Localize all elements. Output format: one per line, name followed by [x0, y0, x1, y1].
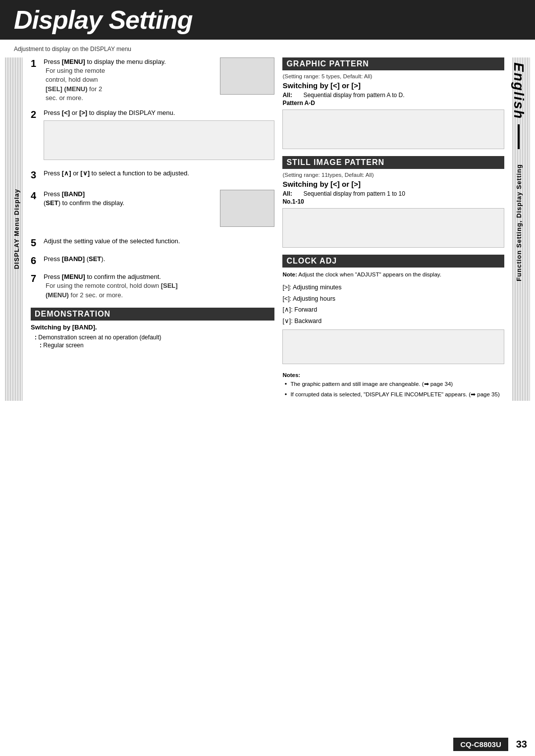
step-4: 4 Press [BAND] (SET) to confirm the disp…	[31, 190, 274, 227]
still-all-row: All: Sequential display from pattern 1 t…	[282, 190, 504, 197]
clock-left-arrow: [<]: Adjusting hours	[282, 293, 504, 305]
graphic-pattern-label: Pattern A-D	[282, 100, 504, 107]
step-1: 1 Press [MENU] to display the menu displ…	[31, 57, 274, 103]
bottom-bar: CQ-C8803U 33	[453, 738, 527, 751]
center-content: 1 Press [MENU] to display the menu displ…	[28, 57, 507, 401]
clock-down-arrow: [∨]: Backward	[282, 316, 504, 327]
graphic-range: (Setting range: 5 types, Default: All)	[282, 73, 504, 79]
left-column: 1 Press [MENU] to display the menu displ…	[31, 57, 274, 401]
step-3-content: Press [∧] or [∨] to select a function to…	[44, 169, 274, 178]
demonstration-item2: : Regular screen	[31, 342, 274, 349]
page-title: Display Setting	[14, 7, 521, 33]
right-sidebar-function-text: Function Setting, Display Setting	[515, 164, 523, 281]
step-7-main: Press [MENU] to confirm the adjustment.	[44, 272, 274, 281]
notes-section: Notes: The graphic pattern and still ima…	[282, 371, 504, 399]
step-2: 2 Press [<] or [>] to display the DISPLA…	[31, 108, 274, 163]
still-image-header: STILL IMAGE PATTERN	[282, 156, 504, 169]
step-5: 5 Adjust the setting value of the select…	[31, 237, 274, 249]
clock-adj-image	[282, 329, 504, 364]
still-pattern-label: No.1-10	[282, 198, 504, 205]
step-7-content: Press [MENU] to confirm the adjustment. …	[44, 272, 274, 300]
right-sidebar-divider	[518, 124, 520, 149]
step-3-main: Press [∧] or [∨] to select a function to…	[44, 169, 274, 178]
notes-list: The graphic pattern and still image are …	[282, 380, 504, 399]
step-6: 6 Press [BAND] (SET).	[31, 255, 274, 267]
two-column-layout: 1 Press [MENU] to display the menu displ…	[31, 57, 504, 401]
step-1-content: Press [MENU] to display the menu display…	[44, 57, 274, 103]
still-all-label: All:	[282, 190, 300, 197]
page-number: 33	[516, 739, 527, 750]
model-badge: CQ-C8803U	[453, 738, 508, 751]
step-6-num: 6	[31, 255, 42, 267]
step-3-with-image: Press [∧] or [∨] to select a function to…	[44, 169, 274, 178]
notes-item-1: The graphic pattern and still image are …	[284, 380, 504, 388]
step-2-content: Press [<] or [>] to display the DISPLAY …	[44, 108, 274, 163]
still-pattern-image	[282, 208, 504, 248]
clock-adj-header: CLOCK ADJ	[282, 255, 504, 268]
still-switching: Switching by [<] or [>]	[282, 180, 504, 188]
step-3-num: 3	[31, 169, 42, 181]
graphic-pattern-header: GRAPHIC PATTERN	[282, 57, 504, 70]
step-2-num: 2	[31, 108, 42, 120]
still-range: (Setting range: 11types, Default: All)	[282, 172, 504, 178]
graphic-all-desc: Sequential display from pattern A to D.	[303, 92, 404, 99]
demonstration-switching: Switching by [BAND].	[31, 324, 274, 331]
demonstration-item1: : Demonstration screen at no operation (…	[31, 334, 274, 341]
left-sidebar: DISPLAY Menu Display	[5, 57, 28, 401]
step-4-main: Press [BAND]	[44, 190, 216, 199]
step-5-main: Adjust the setting value of the selected…	[44, 237, 274, 246]
steps-3-4: 3 Press [∧] or [∨] to select a function …	[31, 169, 274, 233]
notes-item-2: If corrupted data is selected, "DISPLAY …	[284, 390, 504, 399]
demonstration-section: DEMONSTRATION Switching by [BAND]. : Dem…	[31, 308, 274, 349]
clock-up-arrow: [∧]: Forward	[282, 304, 504, 316]
step-2-main: Press [<] or [>] to display the DISPLAY …	[44, 108, 274, 117]
clock-adj-section: CLOCK ADJ Note: Adjust the clock when "A…	[282, 255, 504, 364]
step-4-with-image: Press [BAND] (SET) to confirm the displa…	[44, 190, 274, 227]
clock-right-arrow: [>]: Adjusting minutes	[282, 282, 504, 293]
step-4-content: Press [BAND] (SET) to confirm the displa…	[44, 190, 274, 227]
step-1-image	[220, 57, 274, 95]
step-4-num: 4	[31, 190, 42, 202]
step-4-sub: (SET) to confirm the display.	[44, 199, 216, 208]
notes-title: Notes:	[282, 371, 504, 379]
graphic-pattern-section: GRAPHIC PATTERN (Setting range: 5 types,…	[282, 57, 504, 149]
step-7-num: 7	[31, 272, 42, 284]
graphic-pattern-image	[282, 109, 504, 149]
step-3-text: Press [∧] or [∨] to select a function to…	[44, 169, 274, 178]
step-5-num: 5	[31, 237, 42, 249]
step-3: 3 Press [∧] or [∨] to select a function …	[31, 169, 274, 181]
step-6-main: Press [BAND] (SET).	[44, 255, 274, 264]
steps-5-6-7: 5 Adjust the setting value of the select…	[31, 237, 274, 300]
step-7-note: For using the remote control, hold down …	[44, 281, 274, 299]
step-1-num: 1	[31, 57, 42, 69]
right-sidebar: English Function Setting, Display Settin…	[507, 57, 530, 401]
step-4-text: Press [BAND] (SET) to confirm the displa…	[44, 190, 216, 208]
step-5-content: Adjust the setting value of the selected…	[44, 237, 274, 246]
demonstration-header: DEMONSTRATION	[31, 308, 274, 321]
graphic-switching: Switching by [<] or [>]	[282, 81, 504, 90]
step-1-text: Press [MENU] to display the menu display…	[44, 57, 216, 103]
step-7: 7 Press [MENU] to confirm the adjustment…	[31, 272, 274, 300]
graphic-all-row: All: Sequential display from pattern A t…	[282, 92, 504, 99]
clock-note: Note: Adjust the clock when "ADJUST" app…	[282, 270, 504, 279]
step-1-note1: For using the remotecontrol, hold down[S…	[44, 66, 216, 103]
right-sidebar-english-text: English	[511, 62, 527, 119]
still-all-desc: Sequential display from pattern 1 to 10	[303, 190, 405, 197]
subtitle: Adjustment to display on the DISPLAY men…	[0, 44, 535, 57]
left-sidebar-text: DISPLAY Menu Display	[13, 189, 20, 269]
still-image-section: STILL IMAGE PATTERN (Setting range: 11ty…	[282, 156, 504, 248]
title-bar: Display Setting	[0, 0, 535, 40]
graphic-all-label: All:	[282, 92, 300, 99]
clock-list: [>]: Adjusting minutes [<]: Adjusting ho…	[282, 282, 504, 326]
step-2-image	[44, 120, 274, 160]
step-1-with-image: Press [MENU] to display the menu display…	[44, 57, 274, 103]
step-6-content: Press [BAND] (SET).	[44, 255, 274, 264]
main-content: DISPLAY Menu Display 1 Press [MENU] to d…	[0, 57, 535, 401]
right-column: GRAPHIC PATTERN (Setting range: 5 types,…	[282, 57, 504, 401]
step-1-main: Press [MENU] to display the menu display…	[44, 57, 216, 66]
step-4-image	[220, 190, 274, 227]
